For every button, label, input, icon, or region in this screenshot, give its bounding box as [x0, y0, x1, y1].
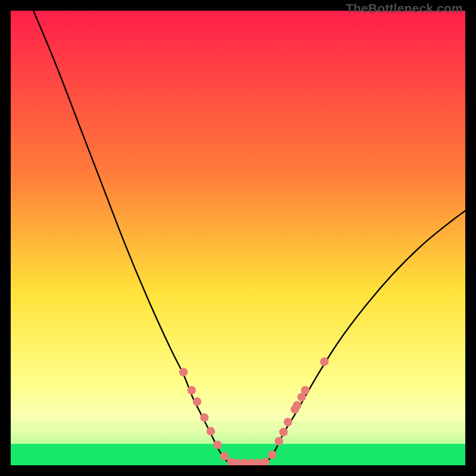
curve-marker — [220, 452, 228, 461]
curve-marker — [275, 437, 283, 445]
pale-band — [11, 421, 465, 444]
curve-marker — [293, 401, 301, 409]
curve-marker — [213, 440, 221, 449]
curve-marker — [284, 418, 292, 426]
curve-marker — [200, 414, 208, 422]
bottleneck-chart — [11, 11, 465, 465]
gradient-background — [11, 11, 465, 465]
curve-marker — [279, 428, 287, 436]
curve-marker — [179, 368, 187, 376]
curve-marker — [193, 397, 201, 406]
curve-marker — [320, 358, 328, 366]
curve-marker — [268, 450, 276, 459]
watermark-text: TheBottleneck.com — [346, 1, 463, 15]
curve-marker — [206, 427, 215, 436]
curve-marker — [301, 386, 309, 394]
chart-frame — [11, 11, 465, 465]
curve-marker — [187, 386, 196, 394]
